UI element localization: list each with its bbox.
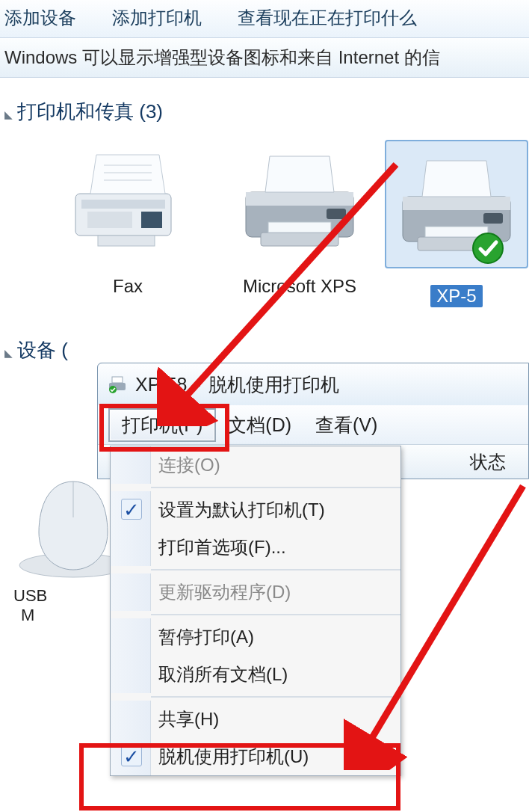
- menu-bar: 打印机(P) 文档(D) 查看(V): [98, 405, 528, 444]
- info-bar: Windows 可以显示增强型设备图标和来自 Internet 的信: [0, 38, 529, 78]
- section-devices-title: 设备 (: [17, 337, 68, 363]
- menu-document[interactable]: 文档(D): [216, 410, 303, 440]
- svg-rect-12: [268, 222, 331, 233]
- menu-item-label: 取消所有文档(L): [158, 662, 288, 686]
- svg-rect-14: [403, 197, 510, 210]
- menu-separator: [151, 569, 400, 570]
- menu-item-label: 设置为默认打印机(T): [158, 498, 325, 522]
- svg-rect-22: [112, 377, 123, 383]
- view-print-queue-button[interactable]: 查看现在正在打印什么: [238, 6, 417, 30]
- svg-rect-15: [483, 213, 503, 224]
- menu-item-label: 暂停打印(A): [158, 625, 254, 649]
- svg-rect-7: [98, 236, 155, 246]
- printer-dropdown-menu: 连接(O) ✓ 设置为默认打印机(T) 打印首选项(F)... 更新驱动程序(D…: [110, 446, 401, 776]
- menu-item-connect[interactable]: 连接(O): [111, 446, 400, 484]
- section-printers-title: 打印机和传真 (3): [17, 99, 163, 125]
- menu-separator: [151, 487, 400, 488]
- default-check-icon: [471, 231, 505, 265]
- collapse-triangle-icon: ◣: [4, 108, 13, 120]
- menu-view[interactable]: 查看(V): [303, 410, 389, 440]
- svg-rect-2: [141, 212, 162, 228]
- menu-item-cancel-all[interactable]: 取消所有文档(L): [111, 656, 400, 693]
- menu-item-label: 更新驱动程序(D): [158, 580, 291, 604]
- menu-item-preferences[interactable]: 打印首选项(F)...: [111, 529, 400, 566]
- menu-separator: [151, 614, 400, 615]
- printer-icon: [385, 140, 528, 268]
- device-label: Microsoft XPS: [243, 276, 356, 297]
- window-title-suffix: 脱机使用打印机: [208, 372, 339, 397]
- svg-rect-9: [246, 192, 353, 206]
- menu-item-set-default[interactable]: ✓ 设置为默认打印机(T): [111, 491, 400, 529]
- menu-separator: [151, 696, 400, 698]
- menu-item-label: 共享(H): [158, 707, 219, 731]
- svg-rect-1: [81, 200, 165, 209]
- device-xp58[interactable]: XP-5: [400, 140, 513, 307]
- add-device-button[interactable]: 添加设备: [4, 6, 76, 30]
- menu-item-label: 打印首选项(F)...: [158, 535, 286, 559]
- device-fax[interactable]: Fax: [57, 140, 199, 307]
- window-title-printer: XP-58: [135, 374, 187, 396]
- svg-rect-3: [87, 212, 132, 228]
- check-icon: ✓: [121, 745, 142, 766]
- device-xps[interactable]: Microsoft XPS: [229, 140, 371, 307]
- menu-item-update-driver[interactable]: 更新驱动程序(D): [111, 573, 400, 611]
- check-icon: ✓: [121, 499, 142, 520]
- window-title-bar[interactable]: XP-58 - 脱机使用打印机: [98, 363, 528, 405]
- menu-item-offline[interactable]: ✓ 脱机使用打印机(U): [111, 738, 400, 775]
- command-toolbar: 添加设备 添加打印机 查看现在正在打印什么: [0, 0, 529, 38]
- section-printers-header[interactable]: ◣ 打印机和传真 (3): [4, 99, 525, 125]
- column-status[interactable]: 状态: [470, 450, 506, 474]
- window-title-sep: -: [194, 374, 200, 396]
- device-label: Fax: [113, 276, 143, 297]
- menu-item-sharing[interactable]: 共享(H): [111, 701, 400, 738]
- collapse-triangle-icon: ◣: [4, 347, 13, 359]
- add-printer-button[interactable]: 添加打印机: [112, 6, 202, 30]
- printers-row: Fax Microsoft XPS: [4, 135, 525, 307]
- menu-item-label: 脱机使用打印机(U): [158, 745, 309, 769]
- printer-icon: [107, 374, 128, 395]
- menu-item-label: 连接(O): [158, 453, 220, 477]
- svg-rect-11: [261, 233, 338, 246]
- svg-rect-10: [327, 209, 346, 219]
- menu-printer[interactable]: 打印机(P): [108, 408, 216, 442]
- printer-icon: [232, 140, 367, 259]
- svg-point-18: [473, 233, 503, 263]
- section-devices-header[interactable]: ◣ 设备 (: [4, 337, 525, 363]
- fax-icon: [61, 140, 195, 259]
- menu-item-pause[interactable]: 暂停打印(A): [111, 618, 400, 656]
- device-label: XP-5: [430, 285, 482, 307]
